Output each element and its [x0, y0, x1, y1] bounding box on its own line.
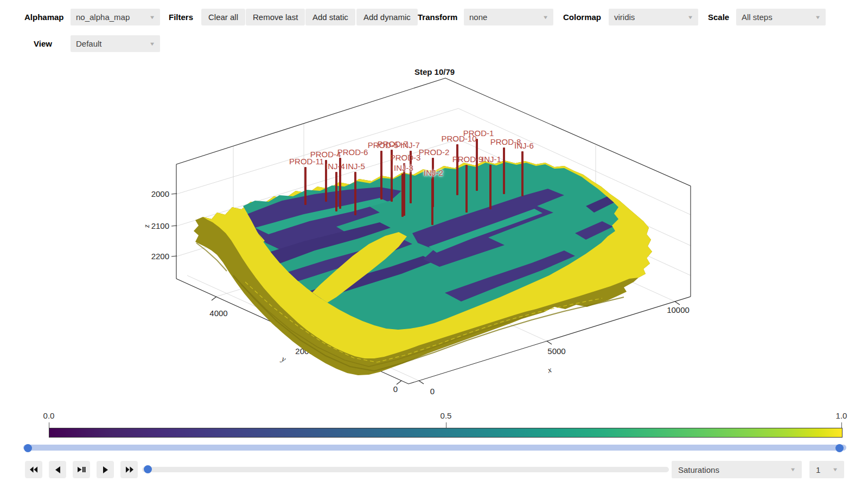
x-tick-5000: 5000: [547, 346, 565, 356]
skip-back-icon: [30, 466, 38, 473]
z-tick-2200: 2200: [151, 252, 169, 261]
x-axis-label: x: [546, 365, 553, 375]
dataset-value: Saturations: [678, 465, 719, 474]
play-icon: [102, 466, 109, 473]
play-pause-button[interactable]: [73, 461, 90, 478]
colorbar-tickmark: [841, 422, 842, 428]
skip-to-start-button[interactable]: [25, 461, 42, 478]
play-button[interactable]: [97, 461, 114, 478]
x-tick-10000: 10000: [667, 305, 690, 314]
range-slider-handle-max[interactable]: [835, 444, 844, 452]
y-axis-label: y: [279, 354, 288, 364]
timestep-slider[interactable]: [142, 467, 669, 472]
range-slider-handle-min[interactable]: [24, 444, 32, 452]
reservoir-surface: [194, 160, 652, 375]
3d-surface-plot[interactable]: 2000 2100 2200 z 4000 2000 0 y 0 5000 10…: [0, 0, 868, 488]
colorbar-tick-05: 0.5: [441, 411, 452, 420]
z-axis-label: z: [142, 224, 151, 228]
layer-select[interactable]: 1 ▼: [809, 461, 844, 478]
z-tick-2100: 2100: [151, 221, 169, 230]
colorbar-tickmark: [49, 422, 49, 428]
chevron-down-icon: ▼: [790, 467, 796, 472]
play-pause-icon: [78, 466, 86, 473]
y-tick-4000: 4000: [209, 309, 227, 318]
x-tick-0: 0: [430, 387, 435, 396]
colorbar-gradient: [49, 428, 843, 438]
dataset-select[interactable]: Saturations ▼: [672, 461, 802, 478]
z-tick-2000: 2000: [151, 189, 169, 198]
y-tick-0: 0: [393, 384, 398, 394]
layer-value: 1: [816, 465, 820, 474]
chevron-down-icon: ▼: [832, 467, 839, 472]
step-back-icon: [54, 466, 61, 473]
timestep-slider-handle[interactable]: [144, 465, 152, 473]
color-range-slider[interactable]: [23, 445, 846, 451]
colorbar-tick-1: 1.0: [836, 411, 847, 420]
skip-to-end-button[interactable]: [120, 461, 138, 478]
colorbar-tickmark: [446, 422, 446, 428]
colorbar-tick-0: 0.0: [43, 411, 55, 420]
skip-forward-icon: [125, 466, 133, 473]
step-back-button[interactable]: [49, 461, 66, 478]
